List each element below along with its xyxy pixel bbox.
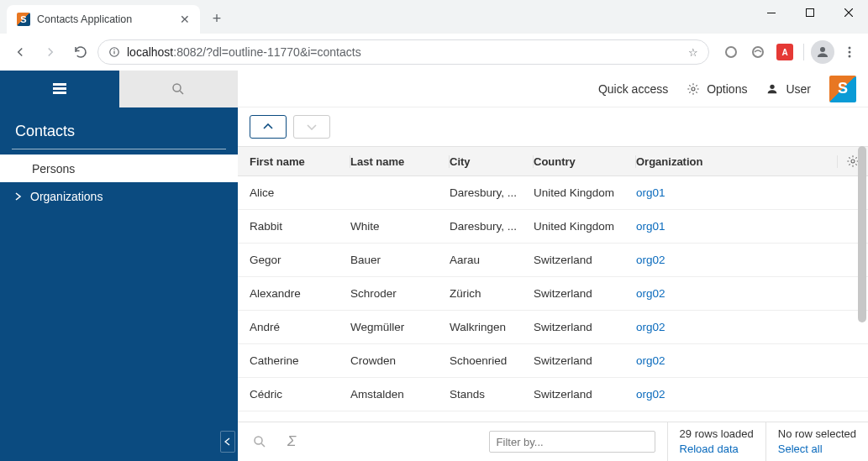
col-country[interactable]: Country [534, 155, 636, 168]
svg-rect-0 [767, 13, 776, 13]
tab-title: Contacts Application [37, 13, 173, 25]
table-row[interactable]: CédricAmstaldenStandsSwitzerlandorg02 [238, 378, 868, 411]
extension-icon-3[interactable]: A [773, 40, 797, 64]
quick-access-button[interactable]: Quick access [598, 82, 668, 96]
bookmark-star-icon[interactable]: ☆ [688, 46, 698, 59]
col-organization[interactable]: Organization [636, 155, 838, 168]
cell-city: Walkringen [450, 321, 534, 333]
new-tab-button[interactable]: + [205, 7, 229, 30]
user-button[interactable]: User [765, 82, 811, 96]
gear-icon [687, 82, 700, 96]
sidebar-item-label: Organizations [30, 190, 103, 203]
cell-organization[interactable]: org01 [636, 220, 838, 233]
reload-button[interactable] [67, 39, 94, 65]
cell-city: Stands [450, 388, 534, 401]
footer-sum-button[interactable]: Σ [281, 433, 302, 450]
sidebar-item-organizations[interactable]: Organizations [0, 182, 238, 210]
table-row[interactable]: AndréWegmüllerWalkringenSwitzerlandorg02 [238, 311, 868, 344]
svg-point-14 [173, 84, 181, 92]
cell-organization[interactable]: org02 [636, 321, 838, 333]
table-footer: Σ 29 rows loaded Reload data No row sele… [238, 422, 868, 461]
cell-country: Switzerland [534, 388, 636, 401]
cell-last-name: Wegmüller [350, 321, 450, 333]
vertical-scrollbar[interactable] [858, 146, 866, 322]
browser-chrome: Contacts Application ✕ + localhost:8082/… [0, 0, 868, 71]
footer-search-button[interactable] [250, 434, 270, 449]
rows-loaded-text: 29 rows loaded [680, 427, 754, 442]
no-row-selected-text: No row selected [778, 427, 856, 442]
table-row[interactable]: AliceDaresbury, ...United Kingdomorg01 [238, 176, 868, 210]
minimize-button[interactable] [752, 0, 791, 25]
filter-input[interactable] [489, 431, 655, 453]
table-row[interactable]: AlexandreSchroderZürichSwitzerlandorg02 [238, 277, 868, 311]
cell-organization[interactable]: org02 [636, 287, 838, 300]
profile-button[interactable] [811, 40, 834, 64]
svg-point-16 [771, 84, 775, 88]
cell-first-name: André [250, 321, 350, 333]
footer-status-selection: No row selected Select all [765, 422, 856, 461]
cell-city: Aarau [450, 254, 534, 266]
svg-point-10 [849, 55, 851, 58]
cell-organization[interactable]: org02 [636, 388, 838, 401]
cell-organization[interactable]: org01 [636, 186, 838, 199]
user-icon [765, 82, 779, 96]
cell-country: Switzerland [534, 354, 636, 367]
sidebar-item-persons[interactable]: Persons [0, 155, 238, 182]
sidebar-heading: Contacts [0, 107, 238, 149]
extension-icon-2[interactable] [746, 40, 770, 64]
svg-point-18 [255, 437, 262, 444]
outline-tab[interactable] [0, 71, 119, 107]
window-controls [752, 0, 868, 25]
search-icon [171, 81, 186, 97]
svg-rect-1 [807, 9, 814, 17]
menu-button[interactable] [838, 40, 861, 64]
cell-city: Schoenried [450, 354, 534, 367]
cell-first-name: Cédric [250, 388, 350, 401]
reload-data-link[interactable]: Reload data [680, 442, 754, 457]
table-row[interactable]: GegorBauerAarauSwitzerlandorg02 [238, 244, 868, 277]
info-icon [108, 46, 120, 58]
svg-point-6 [753, 47, 763, 57]
sidebar-underline [12, 149, 226, 149]
svg-rect-11 [53, 83, 66, 86]
svg-point-8 [849, 47, 851, 50]
collapse-up-button[interactable] [250, 115, 287, 139]
close-window-button[interactable] [829, 0, 868, 25]
cell-organization[interactable]: org02 [636, 354, 838, 367]
table-row[interactable]: RabbitWhiteDaresbury, ...United Kingdomo… [238, 210, 868, 244]
options-button[interactable]: Options [687, 82, 747, 96]
svg-rect-4 [113, 50, 114, 50]
sidebar: Contacts Persons Organizations [0, 71, 238, 461]
select-all-link[interactable]: Select all [778, 442, 856, 457]
tab-close-icon[interactable]: ✕ [180, 13, 190, 25]
address-bar: localhost:8082/?dl=outline-11770&i=conta… [0, 34, 868, 71]
cell-city: Daresbury, ... [450, 220, 534, 233]
url-field[interactable]: localhost:8082/?dl=outline-11770&i=conta… [97, 39, 709, 65]
search-tab[interactable] [119, 71, 239, 107]
app-logo[interactable]: S [829, 76, 856, 102]
extension-icon-1[interactable] [719, 40, 743, 64]
footer-status-rows: 29 rows loaded Reload data [667, 422, 754, 461]
col-city[interactable]: City [450, 155, 534, 168]
cell-last-name: Crowden [350, 354, 450, 367]
cell-city: Daresbury, ... [450, 186, 534, 199]
table-row[interactable]: CatherineCrowdenSchoenriedSwitzerlandorg… [238, 344, 868, 378]
table-header: First name Last name City Country Organi… [238, 146, 868, 176]
chevron-right-icon [15, 192, 22, 201]
cell-first-name: Gegor [250, 254, 350, 266]
svg-rect-12 [53, 87, 66, 90]
maximize-button[interactable] [791, 0, 829, 25]
cell-country: United Kingdom [534, 186, 636, 199]
cell-organization[interactable]: org02 [636, 254, 838, 266]
user-label: User [786, 82, 811, 96]
expand-down-button[interactable] [293, 115, 330, 139]
svg-point-7 [820, 47, 825, 52]
favicon-icon [17, 13, 30, 26]
svg-point-9 [849, 51, 851, 54]
back-button[interactable] [7, 39, 34, 65]
col-last-name[interactable]: Last name [350, 155, 450, 168]
browser-tab[interactable]: Contacts Application ✕ [7, 5, 200, 34]
collapse-sidebar-button[interactable] [220, 431, 235, 453]
col-first-name[interactable]: First name [250, 155, 350, 168]
forward-button[interactable] [37, 39, 64, 65]
